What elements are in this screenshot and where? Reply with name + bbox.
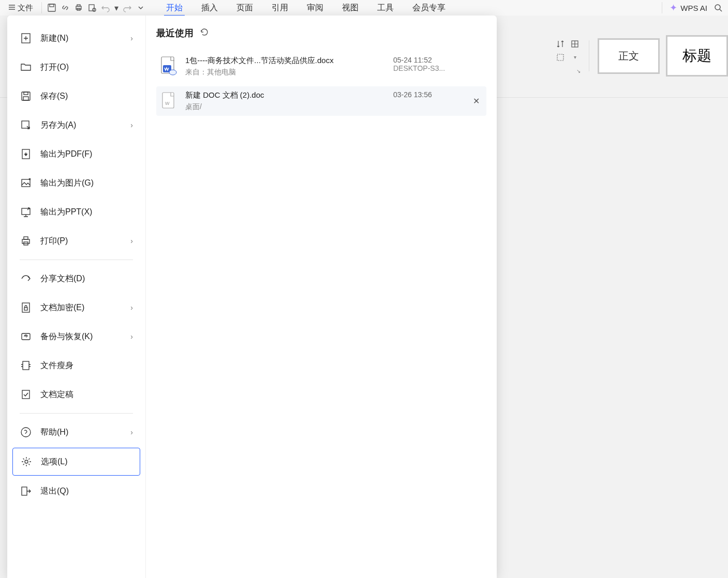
menu-item-label: 输出为PPT(X) — [40, 207, 92, 218]
recent-files-area: 最近使用 1包----商务技术文件...节活动奖品供应.docx 来自：其他电脑… — [146, 16, 497, 578]
print-icon[interactable] — [73, 2, 84, 13]
svg-rect-5 — [89, 5, 94, 11]
style-heading-box[interactable]: 标题 — [666, 35, 728, 77]
menu-item-label: 文件瘦身 — [40, 360, 73, 371]
svg-rect-17 — [22, 208, 30, 215]
tab-insert[interactable]: 插入 — [199, 3, 220, 13]
file-menu-button[interactable]: 文件 — [4, 2, 37, 14]
print-icon — [20, 235, 32, 247]
recent-file-item[interactable]: 1包----商务技术文件...节活动奖品供应.docx 来自：其他电脑 05-2… — [156, 52, 486, 81]
menu-item-label: 新建(N) — [40, 33, 68, 44]
tab-start[interactable]: 开始 — [164, 3, 185, 13]
menu-divider — [20, 260, 133, 260]
svg-point-31 — [169, 70, 176, 75]
open-icon — [20, 61, 32, 73]
file-menu-panel: 新建(N) › 打开(O) 保存(S) 另存为(A) › — [7, 16, 497, 578]
menu-item-encrypt[interactable]: 文档加密(E) › — [12, 294, 140, 321]
file-slim-icon — [20, 359, 32, 372]
recent-file-item[interactable]: W 新建 DOC 文档 (2).doc 桌面/ 03-26 13:56 ✕ — [156, 86, 486, 116]
backup-icon — [20, 330, 32, 343]
wps-ai-button[interactable]: ✦ WPS AI — [670, 2, 707, 13]
svg-rect-13 — [23, 97, 28, 100]
top-toolbar: 文件 ▾ 开始 插入 页面 引用 审阅 视图 工具 会员专享 ✦ WPS AI — [0, 0, 728, 16]
undo-dropdown-icon[interactable]: ▾ — [113, 2, 120, 13]
file-info: 1包----商务技术文件...节活动奖品供应.docx 来自：其他电脑 — [185, 56, 386, 77]
grid-icon[interactable] — [569, 38, 581, 50]
chevron-right-icon: › — [130, 303, 133, 312]
save-icon[interactable] — [46, 2, 57, 13]
menu-item-label: 另存为(A) — [40, 120, 76, 131]
menu-item-label: 打开(O) — [40, 62, 69, 73]
chevron-right-icon: › — [130, 34, 133, 42]
tab-page[interactable]: 页面 — [234, 3, 255, 13]
menu-item-save-as[interactable]: 另存为(A) › — [12, 112, 140, 139]
border-icon[interactable] — [555, 52, 566, 63]
separator — [589, 40, 589, 71]
menu-item-backup[interactable]: 备份与恢复(K) › — [12, 323, 140, 350]
tab-reference[interactable]: 引用 — [270, 3, 290, 13]
recent-file-list: 1包----商务技术文件...节活动奖品供应.docx 来自：其他电脑 05-2… — [156, 52, 486, 116]
docx-cloud-icon — [159, 56, 178, 77]
chevron-right-icon: › — [130, 237, 133, 245]
export-pdf-icon — [20, 148, 32, 160]
hamburger-icon — [8, 4, 16, 12]
menu-item-label: 备份与恢复(K) — [40, 331, 93, 342]
refresh-icon[interactable] — [200, 27, 209, 39]
menu-item-print[interactable]: 打印(P) › — [12, 227, 140, 254]
save-icon — [20, 90, 32, 102]
file-menu-sidebar: 新建(N) › 打开(O) 保存(S) 另存为(A) › — [7, 16, 146, 578]
save-as-icon — [20, 119, 32, 131]
menu-item-help[interactable]: 帮助(H) › — [12, 419, 140, 446]
close-icon[interactable]: ✕ — [473, 96, 483, 106]
ribbon-tabs: 开始 插入 页面 引用 审阅 视图 工具 会员专享 — [164, 3, 448, 13]
wps-ai-label: WPS AI — [680, 4, 707, 12]
link-icon[interactable] — [60, 2, 71, 13]
svg-rect-25 — [22, 390, 29, 399]
preview-icon[interactable] — [86, 2, 98, 13]
redo-icon[interactable] — [122, 2, 133, 13]
expand-marker-icon[interactable]: ↘ — [576, 68, 581, 74]
menu-item-finalize[interactable]: 文档定稿 — [12, 381, 140, 408]
search-icon[interactable] — [712, 2, 724, 13]
menu-item-export-ppt[interactable]: 输出为PPT(X) — [12, 199, 140, 225]
undo-icon[interactable] — [100, 2, 111, 13]
svg-rect-24 — [23, 361, 29, 370]
svg-rect-18 — [22, 239, 29, 244]
menu-item-open[interactable]: 打开(O) — [12, 54, 140, 81]
sort-icon[interactable] — [555, 38, 566, 50]
menu-item-new[interactable]: 新建(N) › — [12, 25, 140, 52]
file-device: DESKTOP-S3... — [393, 64, 466, 72]
menu-item-export-pdf[interactable]: 输出为PDF(F) — [12, 141, 140, 168]
tab-review[interactable]: 审阅 — [305, 3, 325, 13]
svg-point-27 — [25, 460, 28, 463]
tab-tools[interactable]: 工具 — [375, 3, 396, 13]
options-icon — [20, 455, 33, 468]
menu-item-export-image[interactable]: 输出为图片(G) — [12, 170, 140, 196]
menu-item-label: 输出为PDF(F) — [40, 149, 92, 160]
menu-item-save[interactable]: 保存(S) — [12, 83, 140, 110]
style-normal-box[interactable]: 正文 — [598, 38, 660, 74]
encrypt-icon — [20, 301, 32, 314]
menu-item-label: 打印(P) — [40, 236, 68, 247]
menu-item-slim[interactable]: 文件瘦身 — [12, 352, 140, 379]
svg-rect-0 — [48, 4, 55, 11]
chevron-right-icon: › — [130, 121, 133, 129]
menu-item-label: 选项(L) — [41, 457, 68, 467]
menu-item-options[interactable]: 选项(L) — [12, 448, 140, 476]
more-dropdown-icon[interactable] — [135, 2, 146, 13]
finalize-icon — [20, 388, 32, 401]
menu-item-share[interactable]: 分享文档(D) — [12, 265, 140, 292]
svg-text:W: W — [165, 101, 170, 106]
file-name: 新建 DOC 文档 (2).doc — [185, 90, 386, 100]
file-info: 新建 DOC 文档 (2).doc 桌面/ — [185, 90, 386, 112]
style-strip: ▾ ↘ 正文 标题 — [544, 35, 728, 77]
tab-member[interactable]: 会员专享 — [410, 3, 448, 13]
dropdown-icon[interactable]: ▾ — [569, 52, 581, 63]
share-icon — [20, 272, 32, 285]
file-meta: 05-24 11:52 DESKTOP-S3... — [393, 56, 466, 72]
separator — [41, 2, 42, 13]
chevron-right-icon: › — [130, 428, 133, 436]
tab-view[interactable]: 视图 — [340, 3, 361, 13]
file-sub: 桌面/ — [185, 102, 386, 112]
menu-item-exit[interactable]: 退出(Q) — [12, 478, 140, 505]
